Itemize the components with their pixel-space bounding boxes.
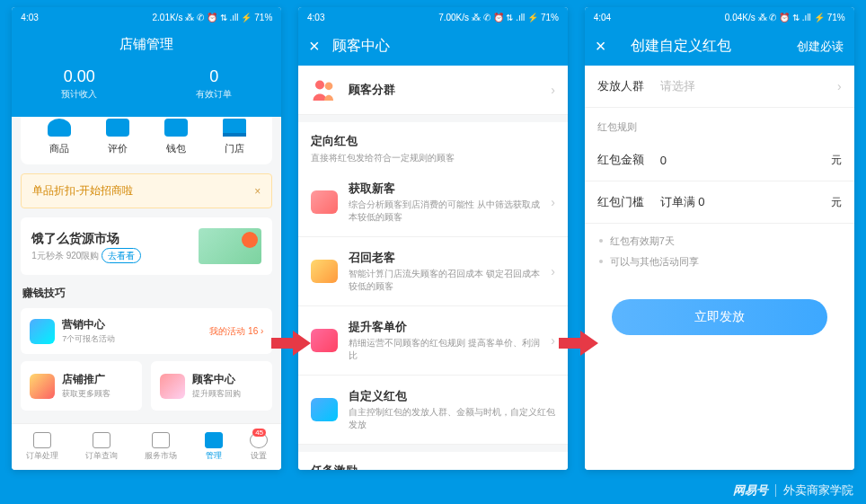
arrow-icon: [559, 329, 598, 358]
newuser-icon: [311, 190, 338, 214]
promo-icon: [30, 374, 55, 399]
customer-icon: [160, 374, 185, 399]
section-tips: 赚钱技巧: [12, 284, 281, 308]
screen-customer-center: 4:03 7.00K/s⁂ ✆ ⏰ ⇅ .ıll ⚡71% × 顾客中心 顾客分…: [298, 7, 568, 470]
screen-store-mgmt: 4:03 2.01K/s⁂ ✆ ⏰ ⇅ .ıll ⚡71% 店铺管理 0.00 …: [12, 7, 281, 470]
section-tools: 实用工具: [12, 411, 281, 423]
nav-tabs: 商品 评价 钱包 门店: [21, 117, 272, 164]
svg-point-1: [325, 82, 333, 90]
market-button[interactable]: 去看看: [102, 248, 141, 263]
section-targeted: 定向红包直接将红包发给符合一定规则的顾客: [298, 122, 568, 168]
row-custom-redpacket[interactable]: 自定义红包自主控制红包的发放人群、金额与时机，自定义红包发放: [298, 376, 568, 445]
body: 顾客分群 › 定向红包直接将红包发给符合一定规则的顾客 获取新客综合分析顾客到店…: [298, 66, 568, 470]
body: 发放人群 请选择 › 红包规则 红包金额 0 元 红包门槛 订单满 0 元 红包…: [585, 66, 854, 470]
stats-row: 0.00 预计收入 0 有效订单: [12, 60, 281, 117]
header: × 创建自定义红包 创建必读: [585, 27, 854, 66]
close-icon[interactable]: ×: [254, 185, 261, 198]
page-title: 顾客中心: [332, 37, 390, 56]
watermark: 网易号 外卖商家学院: [733, 482, 853, 499]
row-audience[interactable]: 发放人群 请选择 ›: [585, 66, 854, 108]
bottom-nav: 订单处理 订单查询 服务市场 管理 设置45: [12, 423, 281, 470]
row-new-customers[interactable]: 获取新客综合分析顾客到店消费的可能性 从中筛选获取成本较低的顾客 ›: [298, 168, 568, 237]
page-title: 创建自定义红包: [631, 37, 731, 56]
status-bar: 4:03 2.01K/s⁂ ✆ ⏰ ⇅ .ıll ⚡71%: [12, 7, 281, 27]
badge: 45: [252, 429, 266, 437]
status-time: 4:03: [21, 13, 38, 22]
chevron-right-icon: ›: [551, 195, 555, 209]
status-right: 2.01K/s⁂ ✆ ⏰ ⇅ .ıll ⚡71%: [152, 13, 272, 22]
row-segments[interactable]: 顾客分群 ›: [298, 66, 568, 115]
marketing-center[interactable]: 营销中心: [62, 317, 202, 332]
cell-customer[interactable]: 顾客中心提升顾客回购: [151, 361, 272, 411]
stat-orders[interactable]: 0 有效订单: [196, 67, 232, 101]
btab-manage[interactable]: 管理: [205, 432, 223, 462]
btab-settings[interactable]: 设置45: [250, 432, 268, 462]
btab-market[interactable]: 服务市场: [145, 432, 177, 462]
chevron-right-icon: ›: [551, 264, 555, 279]
tab-shop[interactable]: 门店: [223, 119, 246, 155]
chevron-right-icon: ›: [837, 79, 842, 93]
arrow-icon: [271, 329, 311, 358]
close-icon[interactable]: ×: [596, 36, 606, 57]
screen-create-redpacket: 4:04 0.04K/s⁂ ✆ ⏰ ⇅ .ıll ⚡71% × 创建自定义红包 …: [585, 7, 854, 470]
chevron-right-icon: ›: [551, 83, 555, 97]
market-card[interactable]: 饿了么货源市场 1元秒杀 920限购 去看看: [21, 217, 272, 275]
btab-orders[interactable]: 订单处理: [26, 432, 58, 462]
marketing-icon: [30, 319, 55, 344]
status-bar: 4:03 7.00K/s⁂ ✆ ⏰ ⇅ .ıll ⚡71%: [298, 7, 568, 27]
close-icon[interactable]: ×: [309, 36, 320, 57]
btab-query[interactable]: 订单查询: [85, 432, 118, 462]
tab-reviews[interactable]: 评价: [106, 119, 129, 155]
rules-notes: 红包有效期7天 可以与其他活动同享: [585, 224, 854, 290]
section-rules: 红包规则: [585, 108, 854, 139]
stat-income[interactable]: 0.00 预计收入: [61, 67, 97, 101]
price-icon: [311, 329, 338, 352]
page-title: 店铺管理: [12, 27, 281, 60]
custom-icon: [311, 398, 338, 421]
promo-banner[interactable]: 单品折扣-开始招商啦 ×: [21, 173, 272, 208]
market-image: [199, 228, 261, 264]
tab-wallet[interactable]: 钱包: [164, 119, 188, 155]
row-threshold[interactable]: 红包门槛 订单满 0 元: [585, 181, 854, 224]
tab-goods[interactable]: 商品: [48, 119, 71, 155]
body: 商品 评价 钱包 门店 单品折扣-开始招商啦 × 饿了么货源市场 1元秒杀 92…: [12, 117, 281, 423]
cell-promo[interactable]: 店铺推广获取更多顾客: [21, 361, 142, 411]
chevron-right-icon: ›: [551, 333, 555, 348]
row-recall[interactable]: 召回老客智能计算门店流失顾客的召回成本 锁定召回成本较低的顾客 ›: [298, 237, 568, 306]
header: × 顾客中心: [298, 27, 568, 66]
people-icon: [311, 78, 338, 102]
my-activity-link[interactable]: 我的活动 16 ›: [209, 325, 263, 338]
header: 店铺管理 0.00 预计收入 0 有效订单: [12, 27, 281, 117]
row-amount[interactable]: 红包金额 0 元: [585, 139, 854, 181]
status-bar: 4:04 0.04K/s⁂ ✆ ⏰ ⇅ .ıll ⚡71%: [585, 7, 854, 27]
section-task: 任务激励顾客完成制定任务，即可领取红包: [298, 452, 568, 470]
row-increase-price[interactable]: 提升客单价精细运营不同顾客的红包规则 提高客单价、利润比 ›: [298, 306, 568, 376]
readme-link[interactable]: 创建必读: [797, 39, 844, 55]
recall-icon: [311, 260, 338, 283]
submit-button[interactable]: 立即发放: [612, 299, 827, 335]
svg-point-0: [315, 81, 324, 90]
